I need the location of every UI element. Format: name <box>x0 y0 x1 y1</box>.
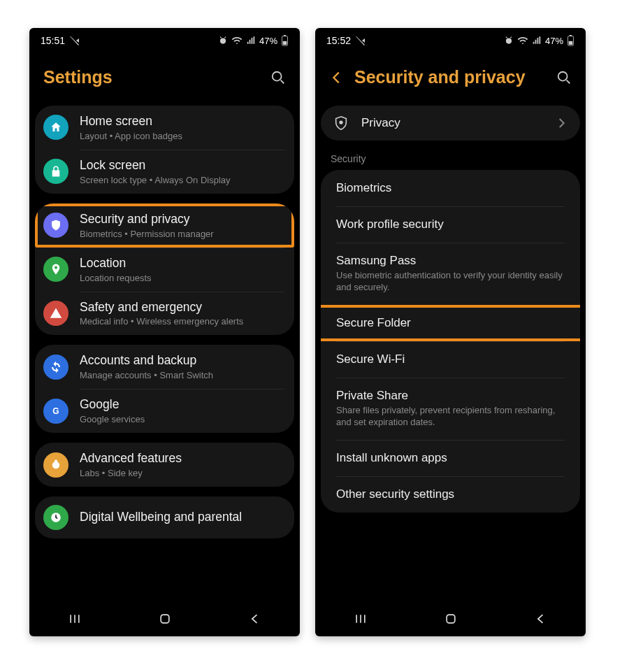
settings-item-subtitle: Location requests <box>80 273 284 283</box>
settings-item-subtitle: Biometrics • Permission manager <box>80 229 284 239</box>
android-navbar[interactable] <box>315 601 586 636</box>
alert-icon <box>43 301 68 326</box>
security-item-other-security-settings[interactable]: Other security settings <box>321 476 580 513</box>
settings-item-digital-wellbeing-and-parental[interactable]: Digital Wellbeing and parental <box>35 496 294 538</box>
security-item-subtitle: Share files privately, prevent recipient… <box>336 405 565 429</box>
search-icon[interactable] <box>270 70 286 85</box>
settings-item-advanced-features[interactable]: Advanced featuresLabs • Side key <box>35 443 294 487</box>
security-item-work-profile-security[interactable]: Work profile security <box>321 206 580 243</box>
chevron-right-icon <box>555 117 567 129</box>
back-button[interactable] <box>248 612 262 626</box>
settings-group: Advanced featuresLabs • Side key <box>35 443 294 487</box>
settings-item-title: Location <box>80 256 284 271</box>
security-item-title: Secure Folder <box>336 316 565 330</box>
settings-item-title: Lock screen <box>80 158 284 173</box>
settings-item-lock-screen[interactable]: Lock screenScreen lock type • Always On … <box>35 150 294 194</box>
svg-point-0 <box>220 38 226 44</box>
back-button[interactable] <box>534 612 548 626</box>
settings-item-title: Home screen <box>80 114 284 129</box>
status-time: 15:52 <box>326 35 351 46</box>
settings-group: Digital Wellbeing and parental <box>35 496 294 538</box>
svg-rect-14 <box>447 615 455 623</box>
mute-icon <box>69 35 80 46</box>
home-button[interactable] <box>158 612 172 626</box>
back-icon[interactable] <box>329 70 345 85</box>
settings-item-home-screen[interactable]: Home screenLayout • App icon badges <box>35 106 294 150</box>
settings-item-title: Safety and emergency <box>80 300 284 315</box>
google-icon: G <box>43 399 68 424</box>
settings-list[interactable]: Home screenLayout • App icon badgesLock … <box>29 106 300 538</box>
settings-item-security-and-privacy[interactable]: Security and privacyBiometrics • Permiss… <box>35 203 294 248</box>
recents-button[interactable] <box>68 612 82 626</box>
lock-icon <box>43 159 68 184</box>
shield-icon <box>43 213 68 238</box>
battery-icon <box>567 35 574 46</box>
svg-rect-11 <box>569 41 573 45</box>
status-battery: 47% <box>259 36 277 46</box>
status-battery: 47% <box>545 36 563 46</box>
settings-item-title: Digital Wellbeing and parental <box>80 510 284 525</box>
privacy-label: Privacy <box>361 116 542 130</box>
page-title: Settings <box>43 67 261 87</box>
signal-icon <box>246 36 256 45</box>
security-item-private-share[interactable]: Private ShareShare files privately, prev… <box>321 378 580 440</box>
alarm-icon <box>218 36 228 45</box>
shield-icon <box>333 115 349 131</box>
pin-icon <box>43 257 68 282</box>
advanced-icon <box>43 452 68 478</box>
search-icon[interactable] <box>556 70 572 85</box>
alarm-icon <box>504 36 514 45</box>
security-item-secure-wi-fi[interactable]: Secure Wi-Fi <box>321 341 580 378</box>
settings-group: Home screenLayout • App icon badgesLock … <box>35 106 294 194</box>
settings-item-location[interactable]: LocationLocation requests <box>35 248 294 292</box>
battery-icon <box>281 35 289 46</box>
settings-item-subtitle: Screen lock type • Always On Display <box>80 175 284 185</box>
settings-item-subtitle: Google services <box>80 414 284 424</box>
wifi-icon <box>231 35 243 46</box>
wellbeing-icon <box>43 505 68 530</box>
home-icon <box>43 115 68 140</box>
settings-item-google[interactable]: GGoogleGoogle services <box>35 389 294 433</box>
security-item-title: Private Share <box>336 389 565 403</box>
svg-rect-3 <box>283 41 287 45</box>
svg-point-13 <box>340 121 342 124</box>
svg-text:G: G <box>52 406 59 415</box>
svg-point-8 <box>506 38 512 44</box>
security-item-install-unknown-apps[interactable]: Install unknown apps <box>321 440 580 476</box>
signal-icon <box>532 36 542 45</box>
settings-header: Settings <box>29 52 300 106</box>
settings-item-title: Accounts and backup <box>80 353 284 369</box>
security-item-biometrics[interactable]: Biometrics <box>321 170 580 206</box>
security-section-label: Security <box>315 153 586 170</box>
settings-group: Accounts and backupManage accounts • Sma… <box>35 345 294 433</box>
svg-rect-2 <box>284 35 286 36</box>
status-bar: 15:51 47% <box>29 28 300 52</box>
status-time: 15:51 <box>41 35 65 46</box>
home-button[interactable] <box>444 612 458 626</box>
security-list[interactable]: BiometricsWork profile securitySamsung P… <box>321 170 580 513</box>
recents-button[interactable] <box>354 612 368 626</box>
settings-item-safety-and-emergency[interactable]: Safety and emergencyMedical info • Wirel… <box>35 292 294 336</box>
settings-item-accounts-and-backup[interactable]: Accounts and backupManage accounts • Sma… <box>35 345 294 389</box>
page-title: Security and privacy <box>354 67 547 87</box>
settings-item-title: Google <box>80 397 284 413</box>
android-navbar[interactable] <box>29 601 300 636</box>
wifi-icon <box>517 35 528 46</box>
security-item-title: Samsung Pass <box>336 254 565 268</box>
security-item-subtitle: Use biometric authentication to verify y… <box>336 270 565 294</box>
svg-point-12 <box>558 71 567 80</box>
security-item-secure-folder[interactable]: Secure Folder <box>321 305 580 341</box>
security-item-title: Work profile security <box>336 217 565 231</box>
privacy-card[interactable]: Privacy <box>321 106 580 141</box>
phone-security: 15:52 47% Security and privacy Privacy S… <box>315 28 586 636</box>
security-item-title: Biometrics <box>336 181 565 195</box>
settings-item-title: Advanced features <box>80 451 284 466</box>
sync-icon <box>43 355 68 380</box>
status-bar: 15:52 47% <box>315 28 586 52</box>
mute-icon <box>355 35 366 46</box>
settings-item-subtitle: Layout • App icon badges <box>80 131 284 141</box>
security-item-samsung-pass[interactable]: Samsung PassUse biometric authentication… <box>321 243 580 305</box>
svg-rect-10 <box>570 35 572 36</box>
security-item-title: Install unknown apps <box>336 451 565 465</box>
security-header: Security and privacy <box>315 52 586 106</box>
